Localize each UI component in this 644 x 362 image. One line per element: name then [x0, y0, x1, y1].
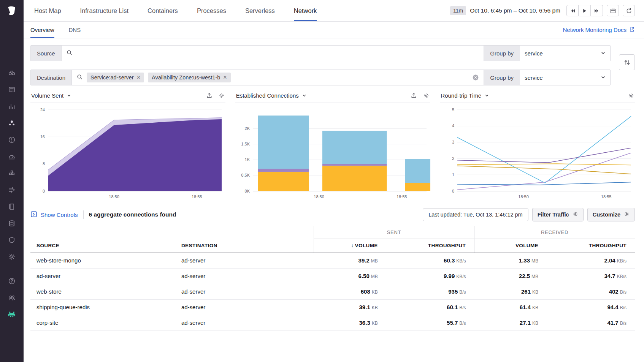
time-duration-badge[interactable]: 11m — [450, 6, 466, 15]
source-group-by-select[interactable]: service — [520, 46, 610, 61]
customize-label: Customize — [593, 212, 620, 218]
sent-volume-cell: 39.2MB — [314, 253, 386, 268]
sidebar — [0, 0, 24, 362]
tab-serverless[interactable]: Serverless — [245, 0, 275, 21]
metrics-icon — [8, 103, 16, 112]
tab-dns[interactable]: DNS — [69, 22, 81, 38]
sidebar-item-help[interactable] — [0, 273, 24, 290]
show-controls-button[interactable]: Show Controls — [30, 211, 78, 219]
table-row[interactable]: web-store-mongoad-server39.2MB60.3KB/s1.… — [30, 253, 635, 268]
sent-throughput-column-header[interactable]: THROUGHPUT — [386, 239, 474, 253]
received-throughput-column-header[interactable]: THROUGHPUT — [547, 239, 635, 253]
tab-infrastructure-list[interactable]: Infrastructure List — [80, 0, 128, 21]
sidebar-item-logs[interactable] — [0, 216, 24, 232]
time-controls: 11m Oct 10, 6:45 pm – Oct 10, 6:56 pm — [450, 0, 635, 21]
tab-overview[interactable]: Overview — [30, 22, 54, 38]
clear-filters-icon[interactable] — [472, 74, 479, 81]
main-content: Host MapInfrastructure ListContainersPro… — [24, 0, 644, 362]
gear-icon[interactable] — [628, 93, 634, 99]
source-cell: ad-server — [30, 268, 175, 284]
destination-group-by-select[interactable]: service — [520, 70, 610, 85]
svg-text:8: 8 — [43, 161, 45, 166]
sidebar-item-monitors[interactable] — [0, 132, 24, 149]
tab-network[interactable]: Network — [294, 0, 317, 21]
filter-tag-label: Service:ad-server — [90, 74, 134, 81]
sent-volume-cell: 6.50MB — [314, 268, 386, 284]
chevron-down-icon — [601, 74, 606, 81]
tab-host-map[interactable]: Host Map — [34, 0, 61, 21]
customize-button[interactable]: Customize — [587, 208, 635, 221]
filter-traffic-label: Filter Traffic — [538, 212, 569, 218]
tab-processes[interactable]: Processes — [197, 0, 226, 21]
round-trip-time-header: Round-trip Time — [440, 92, 635, 103]
filter-traffic-button[interactable]: Filter Traffic — [532, 208, 584, 221]
sidebar-item-events[interactable] — [0, 82, 24, 99]
time-backward-button[interactable] — [566, 5, 579, 16]
datadog-logo-icon[interactable] — [0, 0, 24, 24]
table-row[interactable]: corp-sitead-server36.3KB55.7B/s27.1KB41.… — [30, 315, 635, 330]
tab-containers[interactable]: Containers — [148, 0, 178, 21]
source-search-input[interactable] — [76, 50, 479, 57]
bits-ai-icon — [8, 310, 16, 320]
logs-icon — [8, 220, 16, 229]
sidebar-item-synthetics[interactable] — [0, 149, 24, 166]
table-row[interactable]: shipping-queue-redisad-server39.1KB60.1B… — [30, 299, 635, 315]
pipelines-icon — [8, 186, 16, 195]
sidebar-item-pipelines[interactable] — [0, 182, 24, 199]
sidebar-item-settings[interactable] — [0, 249, 24, 266]
table-row[interactable]: web-storead-server608KB935B/s261KB402B/s — [30, 284, 635, 299]
time-range-label[interactable]: Oct 10, 6:45 pm – Oct 10, 6:56 pm — [470, 7, 560, 14]
refresh-button[interactable] — [623, 5, 635, 16]
primary-nav: Host MapInfrastructure ListContainersPro… — [34, 0, 317, 21]
search-icon — [66, 49, 73, 57]
sidebar-item-apm[interactable] — [0, 115, 24, 132]
received-volume-column-header[interactable]: VOLUME — [474, 239, 547, 253]
volume-sent-title-dropdown[interactable]: Volume Sent — [31, 92, 71, 99]
sidebar-item-bits-ai[interactable] — [0, 307, 24, 324]
sort-descending-icon: ↓ — [351, 243, 354, 248]
table-row[interactable]: ad-serverad-server6.50MB9.99KB/s22.5MB34… — [30, 268, 635, 284]
sidebar-item-metrics[interactable] — [0, 99, 24, 115]
filter-tag-label: Availability Zone:us-west1-b — [152, 74, 220, 81]
remove-tag-icon[interactable]: × — [137, 74, 140, 81]
destination-column-header[interactable]: DESTINATION — [175, 239, 314, 253]
gear-icon[interactable] — [423, 93, 429, 99]
help-icon — [8, 277, 16, 286]
calendar-button[interactable] — [607, 5, 619, 16]
source-searchbox[interactable] — [62, 46, 484, 61]
destination-cell: ad-server — [175, 268, 314, 284]
time-play-button[interactable] — [579, 5, 591, 16]
svg-text:16: 16 — [40, 134, 45, 139]
network-monitoring-docs-link[interactable]: Network Monitoring Docs — [563, 22, 635, 38]
sidebar-item-watchdog[interactable] — [0, 65, 24, 82]
source-column-header[interactable]: SOURCE — [30, 239, 175, 253]
sent-volume-cell: 608KB — [314, 284, 386, 299]
remove-tag-icon[interactable]: × — [223, 74, 227, 81]
sent-volume-column-header[interactable]: ↓VOLUME — [314, 239, 386, 253]
filter-tag[interactable]: Availability Zone:us-west1-b× — [148, 73, 231, 82]
show-controls-icon — [30, 211, 37, 219]
sent-throughput-cell: 55.7B/s — [386, 315, 474, 330]
export-icon[interactable] — [411, 92, 417, 99]
sidebar-item-integrations[interactable] — [0, 166, 24, 182]
destination-searchbox[interactable]: Service:ad-server×Availability Zone:us-w… — [72, 70, 484, 85]
events-icon — [8, 86, 16, 95]
sidebar-item-notebooks[interactable] — [0, 199, 24, 216]
filter-tag[interactable]: Service:ad-server× — [87, 73, 144, 82]
round-trip-time-title-dropdown[interactable]: Round-trip Time — [441, 92, 489, 99]
received-volume-cell: 61.4KB — [474, 299, 547, 315]
swap-source-destination-button[interactable] — [619, 54, 635, 70]
time-forward-button[interactable] — [591, 5, 603, 16]
svg-text:24: 24 — [40, 107, 45, 112]
received-throughput-cell: 2.04KB/s — [547, 253, 635, 268]
destination-field-label: Destination — [31, 70, 72, 85]
established-connections-title-dropdown[interactable]: Established Connections — [236, 92, 306, 99]
sidebar-item-org[interactable] — [0, 290, 24, 307]
export-icon[interactable] — [206, 92, 213, 99]
source-group-by-value: service — [525, 50, 543, 57]
external-link-icon — [629, 27, 635, 33]
sidebar-item-security[interactable] — [0, 232, 24, 249]
gear-icon[interactable] — [219, 93, 225, 99]
top-navigation: Host MapInfrastructure ListContainersPro… — [24, 0, 644, 22]
chevron-down-icon — [302, 93, 306, 98]
